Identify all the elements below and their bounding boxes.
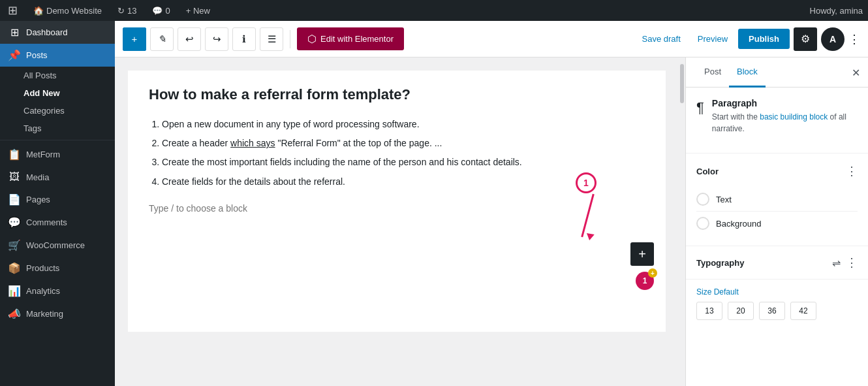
info-button[interactable]: ℹ (232, 27, 256, 51)
user-greeting: Howdy, amina (810, 6, 863, 16)
typography-controls: ⇌ ⋮ (832, 255, 858, 270)
size-option-42[interactable]: 42 (790, 302, 816, 320)
tab-post-label: Post (704, 67, 721, 76)
admin-bar: ⊞ 🏠 Demo Website ↻ 13 💬 0 + New Howdy, a… (0, 0, 868, 21)
block-details: Paragraph Start with the basic building … (712, 98, 858, 135)
comments-count: 0 (165, 6, 170, 16)
color-section-title: Color (696, 167, 719, 176)
comments-nav-icon: 💬 (8, 216, 21, 229)
annotation-circle: 1 (576, 172, 597, 193)
publish-button[interactable]: Publish (738, 29, 790, 49)
pages-label: Pages (26, 195, 50, 204)
underline-text: which says (230, 138, 275, 148)
block-type-input[interactable] (149, 203, 645, 214)
editor-content: How to make a referral form template? Op… (115, 57, 679, 386)
color-section: Color ⋮ Text Background (686, 153, 868, 246)
annotation-arrowhead (585, 233, 595, 241)
sidebar-item-products[interactable]: 📦 Products (0, 257, 115, 280)
preview-button[interactable]: Preview (691, 30, 734, 48)
list-view-icon: ☰ (268, 33, 276, 45)
sidebar-item-add-new[interactable]: Add New (0, 84, 115, 102)
site-name-link[interactable]: 🏠 Demo Website (31, 0, 104, 21)
sidebar-item-all-posts[interactable]: All Posts (0, 67, 115, 84)
sidebar-item-comments[interactable]: 💬 Comments (0, 211, 115, 234)
categories-label: Categories (23, 106, 65, 116)
elementor-edit-button[interactable]: ⬡ Edit with Elementor (297, 27, 404, 50)
size-36-label: 36 (767, 306, 776, 315)
annotation-marker: 1 (576, 172, 597, 193)
paragraph-icon: ¶ (696, 99, 704, 116)
panel-close-button[interactable]: ✕ (852, 66, 860, 78)
settings-button[interactable]: ⚙ (794, 27, 817, 51)
updates-link[interactable]: ↻ 13 (115, 0, 139, 21)
typography-more-button[interactable]: ⋮ (846, 255, 858, 270)
media-icon: 🖼 (8, 171, 21, 183)
save-draft-button[interactable]: Save draft (636, 30, 687, 48)
size-option-20[interactable]: 20 (728, 302, 754, 320)
more-options-icon: ⋮ (848, 33, 860, 46)
products-label: Products (26, 263, 59, 273)
post-body: Open a new document in any type of word … (149, 116, 645, 190)
dashboard-icon: ⊞ (8, 26, 21, 39)
post-list: Open a new document in any type of word … (149, 116, 645, 190)
inline-add-block-button[interactable]: + (630, 242, 654, 266)
woocommerce-label: WooCommerce (26, 240, 85, 250)
posts-icon: 📌 (8, 49, 21, 61)
sidebar-item-metform[interactable]: 📋 MetForm (0, 143, 115, 166)
sidebar-item-media[interactable]: 🖼 Media (0, 166, 115, 188)
post-title[interactable]: How to make a referral form template? (149, 86, 645, 103)
tab-post[interactable]: Post (696, 57, 729, 88)
sidebar-item-posts[interactable]: 📌 Posts (0, 44, 115, 67)
wp-logo-link[interactable]: ⊞ (5, 0, 20, 21)
avatar-button[interactable]: A (821, 27, 845, 51)
size-option-36[interactable]: 36 (759, 302, 785, 320)
size-option-13[interactable]: 13 (696, 302, 722, 320)
settings-icon: ⚙ (801, 33, 810, 45)
main-layout: ⊞ Dashboard 📌 Posts All Posts Add New Ca… (0, 21, 868, 386)
post-editor[interactable]: How to make a referral form template? Op… (128, 71, 666, 332)
text-color-option[interactable]: Text (696, 187, 858, 212)
comments-icon: 💬 (152, 6, 163, 16)
redo-button[interactable]: ↪ (205, 27, 228, 51)
redo-icon: ↪ (213, 33, 221, 45)
scrollbar-thumb (680, 64, 684, 103)
sidebar-item-categories[interactable]: Categories (0, 102, 115, 120)
sidebar-item-analytics[interactable]: 📊 Analytics (0, 280, 115, 302)
metform-icon: 📋 (8, 148, 21, 161)
color-section-more-button[interactable]: ⋮ (846, 164, 858, 178)
add-block-toolbar-button[interactable]: + (123, 27, 146, 51)
notification-plus-badge: + (648, 268, 657, 278)
list-view-button[interactable]: ☰ (260, 27, 283, 51)
background-color-swatch (696, 217, 709, 230)
sidebar-item-marketing[interactable]: 📣 Marketing (0, 302, 115, 325)
sidebar-item-pages[interactable]: 📄 Pages (0, 188, 115, 211)
updates-count: 13 (127, 6, 136, 16)
size-section: Size Default 13 20 36 (686, 280, 868, 328)
marketing-icon: 📣 (8, 308, 21, 320)
annotation-arrow-line (581, 194, 594, 237)
add-new-label: Add New (23, 88, 60, 98)
list-item: Create a header which says "Referral For… (162, 135, 645, 152)
size-label: Size Default (696, 287, 858, 297)
avatar-icon: A (829, 34, 836, 44)
sidebar-item-dashboard[interactable]: ⊞ Dashboard (0, 21, 115, 44)
tab-block-label: Block (737, 67, 758, 76)
tools-button[interactable]: ✎ (150, 27, 174, 51)
new-content-link[interactable]: + New (183, 0, 213, 21)
undo-icon: ↩ (185, 33, 194, 45)
sidebar-item-tags[interactable]: Tags (0, 120, 115, 137)
right-panel: Post Block ✕ ¶ Paragraph (685, 57, 868, 386)
more-options-button[interactable]: ⋮ (848, 32, 860, 46)
size-13-label: 13 (705, 306, 713, 315)
sidebar-item-woocommerce[interactable]: 🛒 WooCommerce (0, 234, 115, 257)
media-label: Media (26, 172, 49, 182)
undo-button[interactable]: ↩ (178, 27, 201, 51)
typography-adjust-icon[interactable]: ⇌ (832, 257, 841, 269)
content-wrapper: How to make a referral form template? Op… (115, 57, 868, 386)
tab-block[interactable]: Block (729, 57, 766, 88)
comments-nav-label: Comments (26, 217, 67, 227)
comments-link[interactable]: 💬 0 (149, 0, 172, 21)
new-label: + New (186, 6, 210, 16)
background-color-option[interactable]: Background (696, 212, 858, 235)
editor-scrollbar[interactable] (679, 57, 685, 386)
